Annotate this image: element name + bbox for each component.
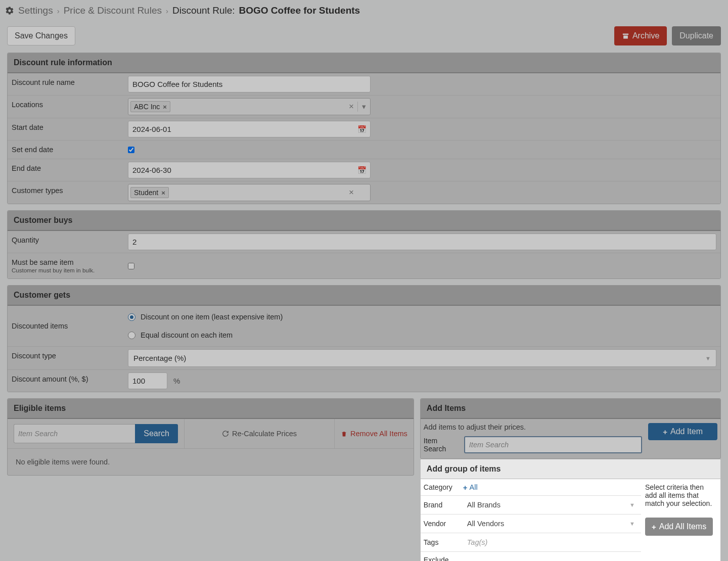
breadcrumb-current-value: BOGO Coffee for Students bbox=[239, 5, 360, 16]
panel-add-group: Add group of items Category +All Brand bbox=[420, 459, 721, 561]
label-brand: Brand bbox=[421, 497, 463, 513]
input-quantity[interactable] bbox=[128, 233, 716, 250]
add-items-hint: Add items to adjust their prices. bbox=[421, 419, 645, 436]
add-all-items-button[interactable]: + Add All Items bbox=[645, 518, 713, 536]
customer-type-tag[interactable]: Student× bbox=[130, 187, 169, 198]
label-discount-amount: Discount amount (%, $) bbox=[8, 370, 128, 392]
panel-customer-buys: Customer buys Quantity Must be same item… bbox=[7, 210, 721, 279]
calendar-icon[interactable]: 📅 bbox=[357, 125, 367, 133]
panel-eligible-items: Eligible items Search Re-Calculate Price… bbox=[7, 398, 414, 476]
label-start-date: Start date bbox=[8, 118, 128, 140]
clear-locations-icon[interactable]: × bbox=[349, 102, 354, 112]
eligible-search-button[interactable]: Search bbox=[135, 424, 178, 443]
radio-icon bbox=[128, 332, 135, 339]
panel-header-add-items: Add Items bbox=[421, 399, 720, 419]
chevron-right-icon: › bbox=[57, 7, 60, 15]
eligible-search-input[interactable] bbox=[14, 424, 135, 443]
recalculate-prices-link[interactable]: Re-Calculate Prices bbox=[222, 430, 297, 438]
add-item-search-input[interactable] bbox=[464, 436, 642, 453]
input-exclude-tags[interactable]: Exclude Tag(s) bbox=[463, 557, 639, 561]
gear-icon bbox=[5, 6, 14, 15]
input-end-date[interactable] bbox=[128, 162, 371, 178]
panel-header-eligible: Eligible items bbox=[8, 399, 414, 419]
archive-icon bbox=[622, 32, 629, 40]
panel-header-group: Add group of items bbox=[421, 459, 720, 479]
plus-icon: + bbox=[652, 523, 656, 531]
select-vendor[interactable]: All Vendors▼ bbox=[463, 517, 639, 531]
input-tags[interactable]: Tag(s) bbox=[463, 535, 639, 549]
remove-tag-icon[interactable]: × bbox=[161, 189, 165, 197]
breadcrumb-current-label: Discount Rule: bbox=[172, 5, 235, 16]
select-brand[interactable]: All Brands▼ bbox=[463, 498, 639, 512]
remove-all-items-link[interactable]: Remove All Items bbox=[341, 430, 407, 438]
breadcrumb: Settings › Price & Discount Rules › Disc… bbox=[0, 0, 728, 21]
label-exclude-tags: Exclude Tag(s) bbox=[421, 552, 463, 561]
panel-add-items: Add Items Add items to adjust their pric… bbox=[420, 398, 721, 459]
label-vendor: Vendor bbox=[421, 516, 463, 532]
label-tags: Tags bbox=[421, 534, 463, 550]
label-discounted-items: Discounted items bbox=[8, 306, 128, 346]
radio-discount-one[interactable]: Discount on one item (least expensive it… bbox=[128, 310, 716, 324]
remove-tag-icon[interactable]: × bbox=[163, 103, 167, 111]
chevron-down-icon: ▼ bbox=[629, 502, 635, 508]
breadcrumb-rules[interactable]: Price & Discount Rules bbox=[64, 5, 162, 16]
label-customer-types: Customer types bbox=[8, 181, 128, 204]
label-locations: Locations bbox=[8, 96, 128, 118]
label-end-date: End date bbox=[8, 159, 128, 181]
calendar-icon[interactable]: 📅 bbox=[357, 166, 367, 174]
duplicate-button[interactable]: Duplicate bbox=[672, 26, 721, 45]
amount-suffix: % bbox=[173, 377, 180, 385]
checkbox-same-item[interactable] bbox=[128, 263, 134, 269]
panel-header-info: Discount rule information bbox=[8, 53, 720, 73]
radio-icon bbox=[128, 313, 135, 321]
chevron-down-icon: ▼ bbox=[705, 355, 711, 361]
label-same-item: Must be same item Customer must buy item… bbox=[8, 253, 128, 278]
panel-header-gets: Customer gets bbox=[8, 286, 720, 306]
trash-icon bbox=[341, 431, 347, 437]
add-item-button[interactable]: + Add Item bbox=[648, 423, 717, 440]
plus-icon: + bbox=[463, 483, 468, 492]
category-all-link[interactable]: +All bbox=[463, 483, 478, 492]
plus-icon: + bbox=[663, 428, 667, 436]
chevron-right-icon: › bbox=[166, 7, 168, 15]
clear-types-icon[interactable]: × bbox=[349, 188, 354, 198]
group-hint: Select criteria then add all items that … bbox=[645, 483, 717, 507]
input-start-date[interactable] bbox=[128, 121, 371, 137]
archive-label: Archive bbox=[632, 31, 659, 40]
panel-header-buys: Customer buys bbox=[8, 211, 720, 231]
select-discount-type[interactable]: Percentage (%) ▼ bbox=[128, 349, 716, 367]
chevron-down-icon: ▼ bbox=[629, 521, 635, 527]
locations-select[interactable]: ABC Inc× × ▾ bbox=[128, 98, 371, 115]
label-quantity: Quantity bbox=[8, 231, 128, 253]
label-category: Category bbox=[421, 479, 463, 495]
chevron-down-icon[interactable]: ▾ bbox=[357, 102, 366, 112]
input-discount-amount[interactable] bbox=[128, 372, 167, 389]
label-item-search: Item Search bbox=[424, 437, 460, 453]
eligible-empty-message: No eligible items were found. bbox=[8, 449, 414, 475]
label-discount-type: Discount type bbox=[8, 347, 128, 369]
label-set-end: Set end date bbox=[8, 141, 128, 159]
input-rule-name[interactable] bbox=[128, 76, 371, 92]
panel-customer-gets: Customer gets Discounted items Discount … bbox=[7, 285, 721, 392]
label-rule-name: Discount rule name bbox=[8, 73, 128, 95]
archive-button[interactable]: Archive bbox=[614, 26, 667, 45]
location-tag[interactable]: ABC Inc× bbox=[130, 101, 170, 112]
radio-label: Discount on one item (least expensive it… bbox=[141, 313, 283, 321]
checkbox-set-end-date[interactable] bbox=[128, 147, 134, 153]
refresh-icon bbox=[222, 430, 229, 437]
save-button[interactable]: Save Changes bbox=[7, 26, 75, 45]
radio-label: Equal discount on each item bbox=[141, 331, 233, 339]
customer-types-select[interactable]: Student× × bbox=[128, 184, 371, 201]
breadcrumb-settings[interactable]: Settings bbox=[18, 5, 53, 16]
radio-discount-equal[interactable]: Equal discount on each item bbox=[128, 328, 716, 342]
panel-rule-info: Discount rule information Discount rule … bbox=[7, 53, 721, 204]
